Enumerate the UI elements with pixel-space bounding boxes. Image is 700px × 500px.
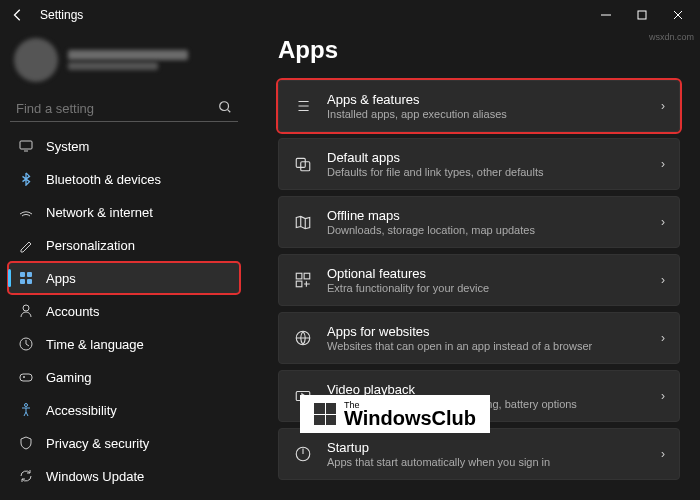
sidebar-item-label: Bluetooth & devices xyxy=(46,172,161,187)
sidebar-item-label: System xyxy=(46,139,89,154)
card-startup[interactable]: StartupApps that start automatically whe… xyxy=(278,428,680,480)
sidebar-item-label: Time & language xyxy=(46,337,144,352)
card-optional-features[interactable]: Optional featuresExtra functionality for… xyxy=(278,254,680,306)
sidebar-item-accessibility[interactable]: Accessibility xyxy=(8,394,240,426)
svg-rect-15 xyxy=(304,273,310,279)
svg-rect-14 xyxy=(296,273,302,279)
accounts-icon xyxy=(18,303,34,319)
sidebar-item-label: Apps xyxy=(46,271,76,286)
network-icon xyxy=(18,204,34,220)
apps-icon xyxy=(18,270,34,286)
close-button[interactable] xyxy=(660,1,696,29)
svg-rect-10 xyxy=(20,374,32,381)
bluetooth-icon xyxy=(18,171,34,187)
map-icon xyxy=(293,212,313,232)
accessibility-icon xyxy=(18,402,34,418)
sidebar-item-time[interactable]: Time & language xyxy=(8,328,240,360)
sidebar: System Bluetooth & devices Network & int… xyxy=(0,30,248,500)
svg-rect-5 xyxy=(27,272,32,277)
card-apps-features[interactable]: Apps & featuresInstalled apps, app execu… xyxy=(278,80,680,132)
page-title: Apps xyxy=(278,36,680,64)
avatar xyxy=(14,38,58,82)
main-content: Apps Apps & featuresInstalled apps, app … xyxy=(248,30,700,500)
card-title: Offline maps xyxy=(327,208,647,223)
time-icon xyxy=(18,336,34,352)
maximize-button[interactable] xyxy=(624,1,660,29)
personalization-icon xyxy=(18,237,34,253)
chevron-right-icon: › xyxy=(661,99,665,113)
card-default-apps[interactable]: Default appsDefaults for file and link t… xyxy=(278,138,680,190)
svg-rect-16 xyxy=(296,281,302,287)
svg-point-8 xyxy=(23,305,29,311)
card-desc: Defaults for file and link types, other … xyxy=(327,166,647,178)
title-bar: Settings xyxy=(0,0,700,30)
card-title: Apps for websites xyxy=(327,324,647,339)
card-desc: Downloads, storage location, map updates xyxy=(327,224,647,236)
chevron-right-icon: › xyxy=(661,447,665,461)
card-offline-maps[interactable]: Offline mapsDownloads, storage location,… xyxy=(278,196,680,248)
optional-icon xyxy=(293,270,313,290)
attribution-text: wsxdn.com xyxy=(649,32,694,42)
chevron-right-icon: › xyxy=(661,389,665,403)
sidebar-item-network[interactable]: Network & internet xyxy=(8,196,240,228)
svg-rect-18 xyxy=(296,392,310,401)
card-desc: Video adjustments, HDR streaming, batter… xyxy=(327,398,647,410)
window-title: Settings xyxy=(40,8,83,22)
card-title: Video playback xyxy=(327,382,647,397)
globe-icon xyxy=(293,328,313,348)
search-icon xyxy=(218,100,232,118)
svg-rect-4 xyxy=(20,272,25,277)
sidebar-item-privacy[interactable]: Privacy & security xyxy=(8,427,240,459)
sidebar-item-label: Personalization xyxy=(46,238,135,253)
gaming-icon xyxy=(18,369,34,385)
sidebar-item-accounts[interactable]: Accounts xyxy=(8,295,240,327)
sidebar-item-label: Accessibility xyxy=(46,403,117,418)
list-icon xyxy=(293,96,313,116)
card-desc: Extra functionality for your device xyxy=(327,282,647,294)
sidebar-item-gaming[interactable]: Gaming xyxy=(8,361,240,393)
svg-rect-1 xyxy=(638,11,646,19)
sidebar-item-label: Network & internet xyxy=(46,205,153,220)
sidebar-item-label: Gaming xyxy=(46,370,92,385)
sidebar-item-label: Accounts xyxy=(46,304,99,319)
chevron-right-icon: › xyxy=(661,273,665,287)
sidebar-item-system[interactable]: System xyxy=(8,130,240,162)
card-desc: Websites that can open in an app instead… xyxy=(327,340,647,352)
card-title: Startup xyxy=(327,440,647,455)
user-account-row[interactable] xyxy=(8,32,240,92)
video-icon xyxy=(293,386,313,406)
svg-point-2 xyxy=(220,101,229,110)
chevron-right-icon: › xyxy=(661,157,665,171)
startup-icon xyxy=(293,444,313,464)
card-desc: Installed apps, app execution aliases xyxy=(327,108,647,120)
sidebar-item-label: Windows Update xyxy=(46,469,144,484)
svg-rect-6 xyxy=(20,279,25,284)
sidebar-item-personalization[interactable]: Personalization xyxy=(8,229,240,261)
system-icon xyxy=(18,138,34,154)
card-video-playback[interactable]: Video playbackVideo adjustments, HDR str… xyxy=(278,370,680,422)
sidebar-item-label: Privacy & security xyxy=(46,436,149,451)
search-input[interactable] xyxy=(16,101,218,116)
svg-rect-7 xyxy=(27,279,32,284)
back-button[interactable] xyxy=(4,1,32,29)
card-title: Apps & features xyxy=(327,92,647,107)
update-icon xyxy=(18,468,34,484)
sidebar-item-update[interactable]: Windows Update xyxy=(8,460,240,492)
sidebar-item-bluetooth[interactable]: Bluetooth & devices xyxy=(8,163,240,195)
card-title: Optional features xyxy=(327,266,647,281)
search-container[interactable] xyxy=(10,96,238,122)
card-title: Default apps xyxy=(327,150,647,165)
default-apps-icon xyxy=(293,154,313,174)
privacy-icon xyxy=(18,435,34,451)
minimize-button[interactable] xyxy=(588,1,624,29)
sidebar-item-apps[interactable]: Apps xyxy=(8,262,240,294)
svg-rect-3 xyxy=(20,141,32,149)
chevron-right-icon: › xyxy=(661,331,665,345)
svg-point-11 xyxy=(25,404,28,407)
card-apps-websites[interactable]: Apps for websitesWebsites that can open … xyxy=(278,312,680,364)
card-desc: Apps that start automatically when you s… xyxy=(327,456,647,468)
chevron-right-icon: › xyxy=(661,215,665,229)
